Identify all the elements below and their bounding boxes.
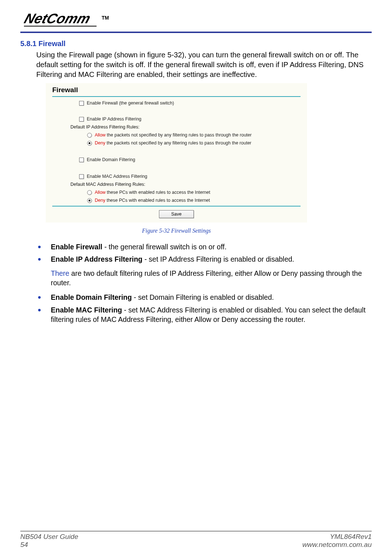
- mac-allow-label: Allow these PCs with enabled rules to ac…: [95, 190, 210, 195]
- feature-bullet-list: Enable Firewall - the general firewall s…: [20, 240, 372, 267]
- ip-deny-label: Deny the packets not specified by any fi…: [95, 140, 252, 146]
- figure-caption: Figure 5-32 Firewall Settings: [46, 228, 307, 234]
- list-item: Enable MAC Filtering - set MAC Address F…: [20, 305, 372, 324]
- brand-logo: NetComm TM: [20, 7, 372, 29]
- list-item: Enable Domain Filtering - set Domain Fil…: [20, 293, 372, 302]
- enable-ip-filter-checkbox[interactable]: [79, 117, 84, 122]
- ip-deny-row[interactable]: Deny the packets not specified by any fi…: [87, 140, 301, 146]
- ip-deny-radio[interactable]: [87, 141, 92, 146]
- mac-rules-heading: Default MAC Address Filtering Rules:: [70, 182, 301, 187]
- header-divider: [20, 32, 372, 33]
- enable-mac-filter-checkbox[interactable]: [79, 174, 84, 179]
- mac-deny-label: Deny these PCs with enabled rules to acc…: [95, 198, 210, 203]
- ip-allow-row[interactable]: Allow the packets not specified by any f…: [87, 132, 301, 138]
- trademark-label: TM: [102, 15, 109, 21]
- mac-allow-row[interactable]: Allow these PCs with enabled rules to ac…: [87, 190, 301, 195]
- footer-divider: [20, 531, 372, 531]
- firewall-settings-panel: Firewall Enable Firewall (the general fi…: [46, 83, 307, 222]
- enable-domain-filter-label: Enable Domain Filtering: [87, 157, 135, 162]
- panel-title: Firewall: [52, 86, 301, 94]
- page-footer: NB504 User Guide 54 YML864Rev1 www.netco…: [20, 533, 372, 549]
- enable-firewall-label: Enable Firewall (the general firewall sw…: [87, 101, 174, 106]
- feature-bullet-list-2: Enable Domain Filtering - set Domain Fil…: [20, 290, 372, 327]
- svg-text:NetComm: NetComm: [23, 11, 93, 26]
- ip-allow-label: Allow the packets not specified by any f…: [95, 132, 252, 138]
- section-heading: 5.8.1 Firewall: [20, 40, 372, 48]
- enable-ip-filter-row[interactable]: Enable IP Address Filtering: [79, 116, 301, 122]
- list-item: Enable IP Address Filtering - set IP Add…: [20, 254, 372, 264]
- ip-allow-radio[interactable]: [87, 133, 92, 138]
- netcomm-logo-icon: NetComm: [20, 10, 99, 28]
- panel-divider: [52, 96, 301, 97]
- footer-url: www.netcomm.com.au: [302, 541, 372, 549]
- footer-page-number: 54: [20, 541, 78, 549]
- mac-allow-radio[interactable]: [87, 190, 92, 195]
- mac-deny-row[interactable]: Deny these PCs with enabled rules to acc…: [87, 198, 301, 203]
- enable-domain-filter-checkbox[interactable]: [79, 158, 84, 162]
- list-item: Enable Firewall - the general firewall s…: [20, 242, 372, 252]
- enable-ip-filter-label: Enable IP Address Filtering: [87, 116, 142, 122]
- enable-firewall-row[interactable]: Enable Firewall (the general firewall sw…: [79, 101, 301, 106]
- enable-mac-filter-label: Enable MAC Address Filtering: [87, 174, 147, 179]
- save-button[interactable]: Save: [159, 210, 194, 218]
- footer-doc-title: NB504 User Guide: [20, 533, 78, 541]
- enable-mac-filter-row[interactable]: Enable MAC Address Filtering: [79, 174, 301, 179]
- panel-divider-bottom: [52, 206, 301, 207]
- intro-paragraph: Using the Firewall page (shown in figure…: [36, 50, 372, 79]
- ip-filter-subtext: There are two default filtering rules of…: [51, 269, 372, 288]
- enable-firewall-checkbox[interactable]: [79, 101, 84, 106]
- enable-domain-filter-row[interactable]: Enable Domain Filtering: [79, 157, 301, 162]
- mac-deny-radio[interactable]: [87, 198, 92, 203]
- ip-rules-heading: Default IP Address Filtering Rules:: [70, 124, 301, 130]
- footer-doc-rev: YML864Rev1: [302, 533, 372, 541]
